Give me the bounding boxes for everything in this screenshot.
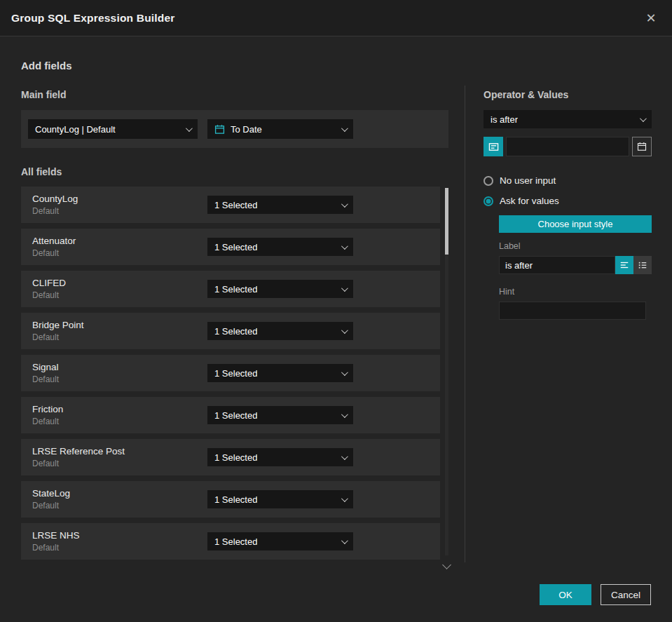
label-field-label: Label — [499, 241, 652, 251]
field-default-label: Default — [32, 290, 207, 300]
scroll-down-icon[interactable] — [442, 560, 451, 569]
field-selected-dropdown[interactable]: 1 Selected — [207, 532, 353, 550]
field-texts: LRSE Reference Post Default — [32, 446, 207, 468]
field-selected-dropdown[interactable]: 1 Selected — [207, 322, 353, 340]
date-type-dropdown-value: To Date — [231, 124, 262, 135]
field-selected-dropdown[interactable]: 1 Selected — [207, 238, 353, 256]
field-name: Friction — [32, 404, 207, 414]
field-selected-dropdown[interactable]: 1 Selected — [207, 364, 353, 382]
all-fields-list: CountyLog Default 1 Selected Attenuator … — [21, 187, 448, 560]
field-default-label: Default — [32, 543, 207, 553]
chevron-down-icon — [341, 495, 348, 502]
cancel-button[interactable]: Cancel — [601, 584, 651, 605]
list-style-button[interactable] — [633, 256, 652, 274]
column-divider — [465, 86, 465, 562]
field-selected-count: 1 Selected — [214, 410, 257, 421]
field-name: CountyLog — [32, 194, 207, 204]
scrollbar-thumb[interactable] — [445, 188, 448, 255]
all-fields-label: All fields — [21, 166, 448, 177]
group-sql-expression-builder-dialog: Group SQL Expression Builder ✕ Add field… — [0, 0, 672, 622]
field-name: LRSE NHS — [32, 530, 207, 541]
radio-no-user-input[interactable]: No user input — [484, 170, 652, 191]
field-name: Signal — [32, 362, 207, 372]
radio-unchecked-icon — [484, 176, 493, 186]
field-selected-dropdown[interactable]: 1 Selected — [207, 448, 353, 466]
field-row: LRSE NHS Default 1 Selected — [21, 523, 440, 560]
field-selected-dropdown[interactable]: 1 Selected — [207, 490, 353, 508]
field-texts: CLIFED Default — [32, 278, 207, 300]
field-texts: Signal Default — [32, 362, 207, 384]
field-selected-count: 1 Selected — [214, 494, 257, 505]
field-row: LRSE Reference Post Default 1 Selected — [21, 439, 440, 475]
operator-values-heading: Operator & Values — [484, 89, 652, 100]
operator-dropdown-value: is after — [491, 114, 518, 125]
chevron-down-icon — [341, 201, 348, 208]
field-default-label: Default — [32, 332, 207, 342]
dialog-footer: OK Cancel — [540, 584, 651, 605]
calendar-picker-button[interactable] — [632, 137, 652, 156]
hint-input[interactable] — [499, 302, 646, 320]
date-type-dropdown[interactable]: To Date — [207, 119, 353, 139]
single-line-style-button[interactable] — [615, 256, 633, 274]
input-lines-icon — [488, 142, 499, 152]
dialog-header: Group SQL Expression Builder ✕ — [0, 0, 672, 36]
radio-ask-for-values[interactable]: Ask for values — [484, 191, 652, 211]
chevron-down-icon — [186, 125, 193, 132]
chevron-down-icon — [341, 411, 348, 418]
scrollbar-track[interactable] — [445, 188, 448, 555]
chevron-down-icon — [640, 115, 647, 122]
field-name: CLIFED — [32, 278, 207, 288]
calendar-icon — [214, 124, 225, 135]
field-selected-count: 1 Selected — [214, 452, 257, 463]
field-selected-count: 1 Selected — [214, 536, 257, 547]
field-selected-count: 1 Selected — [214, 200, 257, 210]
main-field-dropdown-value: CountyLog | Default — [35, 124, 116, 135]
chevron-down-icon — [341, 125, 348, 132]
field-name: Bridge Point — [32, 320, 207, 330]
value-input[interactable] — [506, 137, 629, 156]
chevron-down-icon — [341, 327, 348, 334]
field-row: Attenuator Default 1 Selected — [21, 229, 440, 265]
main-field-dropdown[interactable]: CountyLog | Default — [28, 119, 198, 139]
calendar-icon — [637, 142, 647, 151]
main-field-panel: CountyLog | Default To Date — [21, 110, 448, 148]
field-default-label: Default — [32, 417, 207, 426]
radio-checked-icon — [484, 196, 493, 206]
list-icon — [638, 260, 647, 270]
ok-button[interactable]: OK — [540, 584, 591, 605]
field-default-label: Default — [32, 501, 207, 511]
label-input[interactable] — [499, 256, 615, 274]
field-row: Bridge Point Default 1 Selected — [21, 313, 440, 349]
field-name: LRSE Reference Post — [32, 446, 207, 457]
field-row: StateLog Default 1 Selected — [21, 481, 440, 518]
field-row: CLIFED Default 1 Selected — [21, 271, 440, 307]
field-selected-count: 1 Selected — [214, 368, 257, 379]
field-selected-dropdown[interactable]: 1 Selected — [207, 406, 353, 424]
radio-ask-for-values-label: Ask for values — [500, 196, 559, 206]
operator-values-column: Operator & Values is after — [484, 89, 652, 320]
field-name: Attenuator — [32, 236, 207, 246]
choose-input-style-button[interactable]: Choose input style — [499, 215, 652, 233]
chevron-down-icon — [341, 537, 348, 544]
input-mode-button[interactable] — [484, 137, 503, 156]
fields-column: Main field CountyLog | Default To Date — [21, 89, 448, 565]
field-row: CountyLog Default 1 Selected — [21, 187, 440, 223]
field-texts: Friction Default — [32, 404, 207, 426]
field-selected-dropdown[interactable]: 1 Selected — [207, 196, 353, 214]
operator-dropdown[interactable]: is after — [484, 110, 652, 128]
field-default-label: Default — [32, 374, 207, 384]
chevron-down-icon — [341, 243, 348, 250]
chevron-down-icon — [341, 453, 348, 460]
main-field-label: Main field — [21, 89, 448, 100]
close-icon[interactable]: ✕ — [641, 8, 661, 28]
radio-no-user-input-label: No user input — [500, 175, 556, 186]
field-selected-count: 1 Selected — [214, 326, 257, 337]
field-selected-dropdown[interactable]: 1 Selected — [207, 280, 353, 298]
field-row: Signal Default 1 Selected — [21, 355, 440, 391]
field-default-label: Default — [32, 206, 207, 216]
field-default-label: Default — [32, 459, 207, 468]
field-selected-count: 1 Selected — [214, 242, 257, 252]
dialog-title: Group SQL Expression Builder — [11, 12, 175, 25]
field-default-label: Default — [32, 248, 207, 258]
field-row: Friction Default 1 Selected — [21, 397, 440, 433]
